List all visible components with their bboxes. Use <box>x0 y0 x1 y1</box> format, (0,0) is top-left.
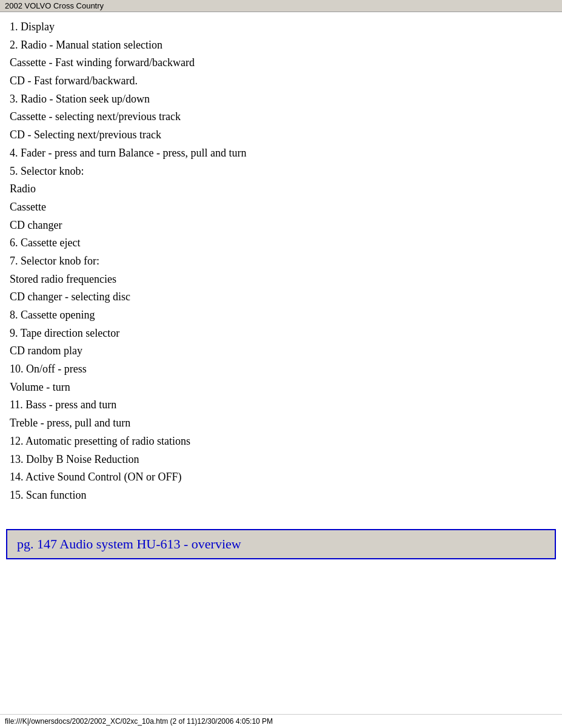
content-line: 10. On/off - press <box>10 360 552 379</box>
content-line: 9. Tape direction selector <box>10 325 552 343</box>
main-content: 1. Display2. Radio - Manual station sele… <box>0 12 562 511</box>
content-line: 3. Radio - Station seek up/down <box>10 90 552 109</box>
content-line: CD - Fast forward/backward. <box>10 72 552 90</box>
content-line: 13. Dolby B Noise Reduction <box>10 451 552 469</box>
content-line: CD changer - selecting disc <box>10 288 552 306</box>
footer-text: file:///K|/ownersdocs/2002/2002_XC/02xc_… <box>5 717 273 726</box>
content-line: 6. Cassette eject <box>10 234 552 252</box>
page-link[interactable]: pg. 147 Audio system HU-613 - overview <box>17 536 241 551</box>
page-link-box[interactable]: pg. 147 Audio system HU-613 - overview <box>6 529 556 559</box>
content-line: CD random play <box>10 342 552 360</box>
content-line: Cassette <box>10 198 552 217</box>
content-line: Treble - press, pull and turn <box>10 414 552 433</box>
content-line: 1. Display <box>10 18 552 36</box>
header-title: 2002 VOLVO Cross Country <box>5 1 104 10</box>
footer-bar: file:///K|/ownersdocs/2002/2002_XC/02xc_… <box>0 714 562 728</box>
content-line: Volume - turn <box>10 379 552 397</box>
content-line: 5. Selector knob: <box>10 163 552 181</box>
content-line: Cassette - selecting next/previous track <box>10 108 552 126</box>
content-line: Radio <box>10 180 552 198</box>
content-line: 15. Scan function <box>10 487 552 505</box>
content-line: 4. Fader - press and turn Balance - pres… <box>10 144 552 163</box>
content-line: 11. Bass - press and turn <box>10 396 552 414</box>
content-line: CD changer <box>10 217 552 235</box>
content-line: 8. Cassette opening <box>10 306 552 325</box>
content-line: 14. Active Sound Control (ON or OFF) <box>10 468 552 487</box>
content-line: Cassette - Fast winding forward/backward <box>10 54 552 72</box>
content-line: 12. Automatic presetting of radio statio… <box>10 433 552 451</box>
content-line: 7. Selector knob for: <box>10 252 552 271</box>
content-line: 2. Radio - Manual station selection <box>10 36 552 55</box>
header-bar: 2002 VOLVO Cross Country <box>0 0 562 12</box>
content-line: CD - Selecting next/previous track <box>10 126 552 144</box>
content-line: Stored radio frequencies <box>10 271 552 289</box>
